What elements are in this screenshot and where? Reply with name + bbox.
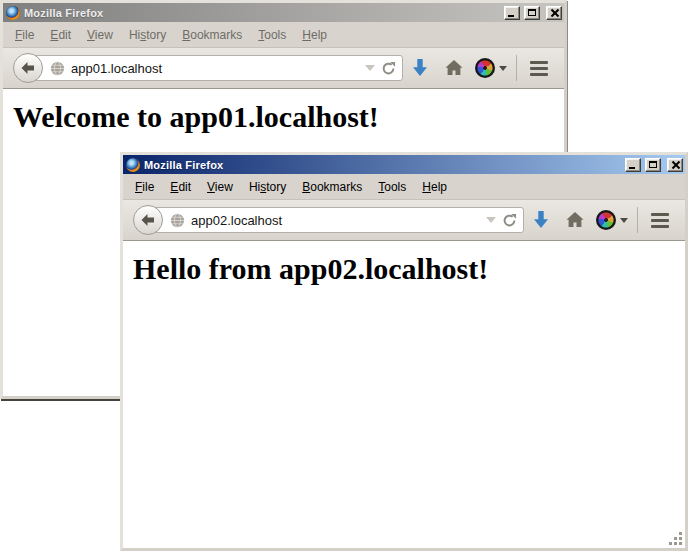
back-button[interactable]	[13, 53, 43, 83]
menu-bar: File Edit View History Bookmarks Tools H…	[123, 174, 685, 200]
window-title: Mozilla Firefox	[24, 7, 500, 19]
color-wheel-icon	[475, 58, 495, 78]
navigation-toolbar: app02.localhost	[123, 200, 685, 241]
menu-item-view[interactable]: View	[79, 25, 121, 45]
menu-item-edit[interactable]: Edit	[162, 177, 199, 197]
urlbar-dropdown-icon[interactable]	[486, 217, 496, 223]
url-bar[interactable]: app02.localhost	[145, 207, 524, 233]
titlebar[interactable]: Mozilla Firefox	[123, 155, 685, 174]
url-text: app02.localhost	[191, 213, 480, 228]
hamburger-icon	[530, 61, 548, 64]
close-icon	[550, 8, 559, 17]
chevron-down-icon	[620, 218, 628, 223]
home-button[interactable]	[558, 205, 592, 235]
menu-item-help[interactable]: Help	[294, 25, 335, 45]
menu-panel-button[interactable]	[643, 205, 677, 235]
menu-item-tools[interactable]: Tools	[370, 177, 414, 197]
minimize-button[interactable]	[625, 158, 641, 172]
reload-icon[interactable]	[381, 61, 396, 76]
maximize-icon	[649, 161, 657, 168]
downloads-button[interactable]	[524, 205, 558, 235]
window-title: Mozilla Firefox	[144, 159, 621, 171]
desktop: Mozilla Firefox File Edit View History B…	[0, 0, 688, 551]
page-heading: Hello from app02.localhost!	[133, 252, 685, 286]
maximize-button[interactable]	[524, 6, 540, 20]
page-heading: Welcome to app01.localhost!	[13, 100, 564, 134]
home-icon	[445, 60, 463, 76]
download-arrow-icon	[533, 211, 549, 229]
resize-grip-dots	[669, 532, 672, 535]
menu-item-help[interactable]: Help	[414, 177, 455, 197]
minimize-icon	[508, 15, 514, 17]
menu-item-file[interactable]: File	[7, 25, 42, 45]
menu-panel-button[interactable]	[522, 53, 556, 83]
hamburger-icon	[651, 213, 669, 216]
firefox-logo-icon	[126, 158, 140, 172]
navigation-toolbar: app01.localhost	[3, 48, 564, 89]
resize-grip[interactable]	[669, 532, 683, 546]
addon-button[interactable]	[471, 53, 511, 83]
maximize-icon	[528, 9, 536, 16]
close-button[interactable]	[546, 6, 562, 20]
titlebar[interactable]: Mozilla Firefox	[3, 3, 564, 22]
toolbar-separator	[516, 55, 517, 81]
menu-item-edit[interactable]: Edit	[42, 25, 79, 45]
menu-item-tools[interactable]: Tools	[250, 25, 294, 45]
globe-icon	[50, 61, 65, 76]
url-text: app01.localhost	[71, 61, 359, 76]
color-wheel-icon	[596, 210, 616, 230]
close-icon	[671, 160, 680, 169]
minimize-button[interactable]	[504, 6, 520, 20]
url-bar[interactable]: app01.localhost	[25, 55, 403, 81]
downloads-button[interactable]	[403, 53, 437, 83]
menu-bar: File Edit View History Bookmarks Tools H…	[3, 22, 564, 48]
home-button[interactable]	[437, 53, 471, 83]
toolbar-separator	[637, 207, 638, 233]
maximize-button[interactable]	[645, 158, 661, 172]
menu-item-history[interactable]: History	[241, 177, 294, 197]
addon-button[interactable]	[592, 205, 632, 235]
reload-icon[interactable]	[502, 213, 517, 228]
download-arrow-icon	[412, 59, 428, 77]
urlbar-dropdown-icon[interactable]	[365, 65, 375, 71]
globe-icon	[170, 213, 185, 228]
back-arrow-icon	[20, 60, 36, 76]
minimize-icon	[629, 167, 635, 169]
page-content-app02: Hello from app02.localhost!	[123, 241, 685, 548]
chevron-down-icon	[499, 66, 507, 71]
menu-item-file[interactable]: File	[127, 177, 162, 197]
browser-window-app02: Mozilla Firefox File Edit View History B…	[120, 152, 688, 551]
firefox-logo-icon	[6, 6, 20, 20]
home-icon	[566, 212, 584, 228]
menu-item-view[interactable]: View	[199, 177, 241, 197]
menu-item-bookmarks[interactable]: Bookmarks	[294, 177, 370, 197]
back-arrow-icon	[140, 212, 156, 228]
menu-item-bookmarks[interactable]: Bookmarks	[174, 25, 250, 45]
back-button[interactable]	[133, 205, 163, 235]
menu-item-history[interactable]: History	[121, 25, 174, 45]
close-button[interactable]	[667, 158, 683, 172]
